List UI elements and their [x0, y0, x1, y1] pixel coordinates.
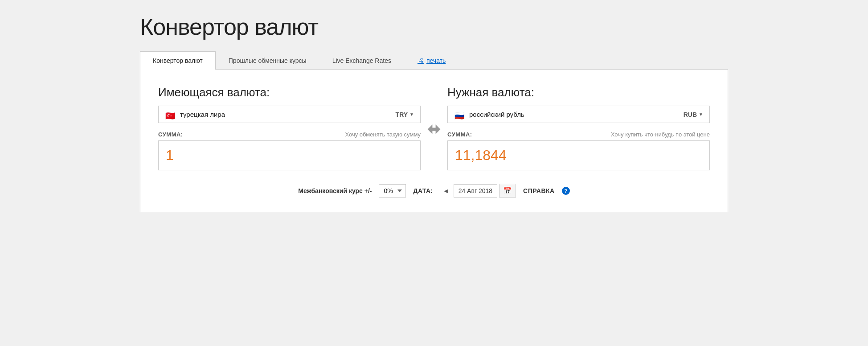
- main-panel: Имеющаяся валюта: 🇹🇷 турецкая лира TRY ▼…: [140, 70, 728, 212]
- help-icon[interactable]: ?: [562, 187, 570, 195]
- to-amount-input[interactable]: [447, 140, 710, 170]
- to-currency-selector[interactable]: 🇷🇺 российский рубль RUB ▼: [447, 106, 710, 123]
- help-label: СПРАВКА: [523, 187, 555, 194]
- from-flag-icon: 🇹🇷: [165, 111, 176, 118]
- to-currency-label: Нужная валюта:: [447, 86, 710, 99]
- from-dropdown-arrow-icon: ▼: [409, 112, 414, 117]
- from-currency-selector[interactable]: 🇹🇷 турецкая лира TRY ▼: [158, 106, 421, 123]
- to-currency-name: российский рубль: [469, 111, 524, 118]
- tab-converter[interactable]: Конвертор валют: [140, 51, 216, 70]
- from-currency-selector-left: 🇹🇷 турецкая лира: [165, 111, 225, 118]
- from-currency-code: TRY ▼: [396, 111, 414, 118]
- page-title: Конвертор валют: [140, 13, 728, 40]
- from-amount-hint: Хочу обменять такую сумму: [345, 131, 421, 138]
- tabs-bar: Конвертор валют Прошлые обменные курсы L…: [140, 51, 728, 70]
- to-currency-code: RUB ▼: [684, 111, 703, 118]
- from-amount-input[interactable]: [158, 140, 421, 170]
- from-currency-label: Имеющаяся валюта:: [158, 86, 421, 99]
- calendar-icon: 📅: [503, 187, 512, 194]
- from-currency-name: турецкая лира: [180, 111, 225, 118]
- calendar-button[interactable]: 📅: [499, 184, 516, 198]
- page-wrapper: Конвертор валют Конвертор валют Прошлые …: [122, 0, 746, 226]
- svg-marker-0: [428, 124, 441, 134]
- tab-historical[interactable]: Прошлые обменные курсы: [216, 51, 319, 70]
- print-icon: 🖨: [418, 57, 424, 64]
- from-amount-label: СУММА:: [158, 131, 183, 138]
- swap-button[interactable]: [421, 121, 447, 137]
- to-currency-block: Нужная валюта: 🇷🇺 российский рубль RUB ▼…: [447, 86, 710, 170]
- to-dropdown-arrow-icon: ▼: [699, 112, 703, 117]
- bottom-bar: Межбанковский курс +/- 0% 1% 2% 3% 5% ДА…: [158, 184, 710, 198]
- date-value: 24 Авг 2018: [454, 184, 497, 198]
- to-amount-hint: Хочу купить что-нибудь по этой цене: [611, 131, 710, 138]
- to-amount-label-row: СУММА: Хочу купить что-нибудь по этой це…: [447, 131, 710, 138]
- to-flag-icon: 🇷🇺: [454, 111, 465, 118]
- from-currency-block: Имеющаяся валюта: 🇹🇷 турецкая лира TRY ▼…: [158, 86, 421, 170]
- swap-arrows-icon: [426, 121, 442, 137]
- print-button[interactable]: 🖨 печать: [413, 52, 450, 70]
- from-amount-label-row: СУММА: Хочу обменять такую сумму: [158, 131, 421, 138]
- date-label: ДАТА:: [413, 187, 433, 194]
- to-currency-selector-left: 🇷🇺 российский рубль: [454, 111, 524, 118]
- tab-live[interactable]: Live Exchange Rates: [319, 51, 404, 70]
- to-amount-label: СУММА:: [447, 131, 472, 138]
- interbank-select[interactable]: 0% 1% 2% 3% 5%: [379, 184, 406, 198]
- date-prev-button[interactable]: ◄: [440, 185, 452, 196]
- interbank-label: Межбанковский курс +/-: [298, 187, 372, 194]
- date-group: ◄ 24 Авг 2018 📅: [440, 184, 516, 198]
- converter-row: Имеющаяся валюта: 🇹🇷 турецкая лира TRY ▼…: [158, 86, 710, 170]
